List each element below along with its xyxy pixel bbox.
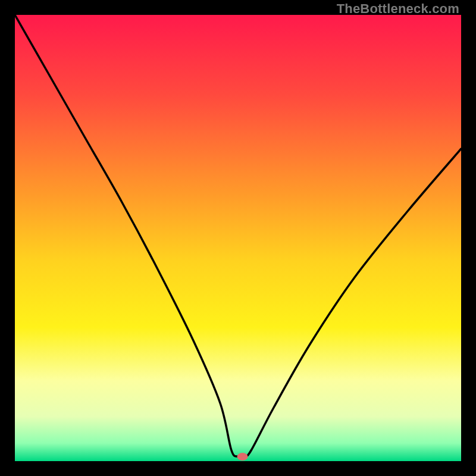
chart-canvas <box>15 15 461 461</box>
gradient-background <box>15 15 461 461</box>
optimum-marker <box>237 453 248 461</box>
chart-frame: TheBottleneck.com <box>0 0 476 476</box>
